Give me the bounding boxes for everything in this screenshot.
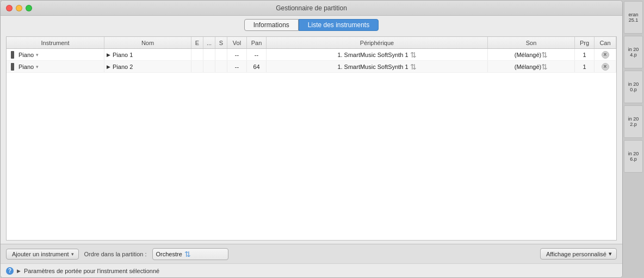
instrument-dropdown-2[interactable]: ▾ (36, 64, 39, 70)
row-indicator (11, 63, 14, 71)
sidebar-item-3[interactable]: in 200.p (624, 71, 643, 103)
sidebar-item-1[interactable]: eran25.1 (624, 1, 643, 34)
cell-nom-2: ▶ Piano 2 (104, 61, 191, 72)
col-header-son: Son (488, 37, 575, 48)
col-header-can: Can (595, 37, 616, 48)
col-header-e: E (191, 37, 203, 48)
col-header-pan: Pan (247, 37, 267, 48)
help-bar: ? ▶ Paramètres de portée pour l'instrume… (1, 263, 622, 277)
col-header-vol: Vol (227, 37, 247, 48)
table-row[interactable]: Piano ▾ ▶ Piano 1 -- -- (7, 49, 616, 61)
help-text: Paramètres de portée pour l'instrument s… (24, 268, 159, 274)
cell-can-2: × (595, 61, 616, 72)
cell-vol-2: -- (227, 61, 247, 72)
row-indicator (11, 51, 14, 59)
cell-can-1: × (595, 49, 616, 60)
ordre-label: Ordre dans la partition : (84, 251, 147, 257)
cell-prg-1: 1 (575, 49, 595, 60)
periphe-stepper-2[interactable]: ⇅ (410, 63, 417, 71)
col-header-prg: Prg (575, 37, 595, 48)
add-instrument-button[interactable]: Ajouter un instrument ▾ (6, 249, 79, 260)
son-stepper-1[interactable]: ⇅ (541, 51, 548, 59)
col-header-s: S (215, 37, 227, 48)
help-icon[interactable]: ? (6, 267, 14, 275)
tab-liste-instruments[interactable]: Liste des instruments (299, 19, 379, 31)
instrument-dropdown-1[interactable]: ▾ (36, 52, 39, 58)
cell-periphe-1: 1. SmartMusic SoftSynth 1 ⇅ (267, 49, 488, 60)
cell-pan-2: 64 (247, 61, 267, 72)
cell-dots-2 (203, 61, 215, 72)
son-stepper-2[interactable]: ⇅ (541, 63, 548, 71)
sidebar-item-2[interactable]: in 204.p (624, 36, 643, 68)
cell-instrument-2: Piano ▾ (7, 61, 104, 72)
col-header-periphe: Périphérique (267, 37, 488, 48)
cell-prg-2: 1 (575, 61, 595, 72)
content-area: Instrument Nom E ... S Vol Pan (1, 33, 622, 244)
cell-s-2 (215, 61, 227, 72)
tab-informations[interactable]: Informations (244, 19, 299, 31)
title-bar: Gestionnaire de partition (1, 1, 622, 16)
affichage-chevron-icon: ▾ (609, 250, 612, 257)
add-instrument-chevron-icon: ▾ (71, 251, 74, 257)
cell-nom-1: ▶ Piano 1 (104, 49, 191, 60)
col-header-dots: ... (203, 37, 215, 48)
affichage-button[interactable]: Affichage personnalisé ▾ (540, 248, 617, 260)
main-window: Gestionnaire de partition Informations L… (0, 0, 623, 278)
cell-dots-1 (203, 49, 215, 60)
window-title: Gestionnaire de partition (276, 4, 347, 12)
tab-bar: Informations Liste des instruments (1, 16, 622, 33)
sidebar-item-5[interactable]: in 206.p (624, 140, 643, 173)
col-header-instrument: Instrument (7, 37, 104, 48)
ordre-select[interactable]: Orchestre ⇅ (152, 248, 228, 260)
table-row[interactable]: Piano ▾ ▶ Piano 2 -- 64 (7, 61, 616, 73)
remove-row-1-button[interactable]: × (602, 51, 609, 59)
minimize-button[interactable] (16, 5, 22, 11)
table-header: Instrument Nom E ... S Vol Pan (7, 37, 616, 49)
instrument-table: Instrument Nom E ... S Vol Pan (6, 36, 617, 241)
play-icon-2[interactable]: ▶ (107, 64, 110, 70)
window-controls (6, 5, 32, 11)
help-play-icon[interactable]: ▶ (17, 268, 21, 274)
cell-son-2: (Mélangé) ⇅ (488, 61, 575, 72)
remove-row-2-button[interactable]: × (602, 63, 609, 71)
cell-instrument-1: Piano ▾ (7, 49, 104, 60)
cell-periphe-2: 1. SmartMusic SoftSynth 1 ⇅ (267, 61, 488, 72)
cell-s-1 (215, 49, 227, 60)
bottom-bar: Ajouter un instrument ▾ Ordre dans la pa… (1, 244, 622, 263)
maximize-button[interactable] (26, 5, 32, 11)
play-icon-1[interactable]: ▶ (107, 52, 110, 58)
right-sidebar: eran25.1 in 204.p in 200.p in 202.p in 2… (623, 0, 644, 278)
cell-e-2 (191, 61, 203, 72)
cell-e-1 (191, 49, 203, 60)
cell-pan-1: -- (247, 49, 267, 60)
col-header-nom: Nom (104, 37, 191, 48)
close-button[interactable] (6, 5, 13, 11)
cell-vol-1: -- (227, 49, 247, 60)
periphe-stepper-1[interactable]: ⇅ (410, 51, 417, 59)
table-body: Piano ▾ ▶ Piano 1 -- -- (7, 49, 616, 240)
ordre-select-arrow-icon: ⇅ (184, 250, 191, 258)
cell-son-1: (Mélangé) ⇅ (488, 49, 575, 60)
sidebar-item-4[interactable]: in 202.p (624, 105, 643, 138)
